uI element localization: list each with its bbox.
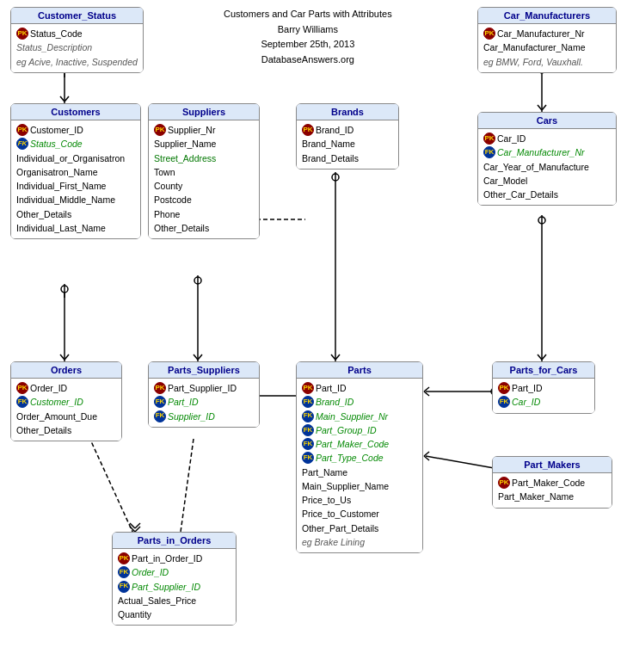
field-car-mfr-nr: PKCar_Manufacturer_Nr <box>483 27 611 40</box>
field-pio-price: Actual_Sales_Price <box>118 594 231 607</box>
entity-parts: Parts PKPart_ID FKBrand_ID FKMain_Suppli… <box>296 361 423 553</box>
field-middle-name: Individual_Middle_Name <box>16 193 135 207</box>
field-order-other: Other_Details <box>16 423 116 437</box>
entity-suppliers: Suppliers PKSupplier_Nr Supplier_Name St… <box>148 103 260 239</box>
field-price-to-customer: Price_to_Customer <box>302 507 417 521</box>
entity-header-customers: Customers <box>11 104 140 120</box>
field-status-desc: Status_Description <box>16 40 138 54</box>
entity-body-orders: PKOrder_ID FKCustomer_ID Order_Amount_Du… <box>11 379 121 441</box>
svg-line-2 <box>65 96 69 102</box>
svg-line-11 <box>194 354 198 360</box>
entity-header-parts-in-orders: Parts_in_Orders <box>113 533 236 549</box>
entity-header-customer-status: Customer_Status <box>11 8 143 24</box>
entity-header-orders: Orders <box>11 362 121 379</box>
field-price-to-us: Price_to_Us <box>302 493 417 507</box>
entity-body-parts-in-orders: PKPart_in_Order_ID FKOrder_ID FKPart_Sup… <box>113 549 236 625</box>
field-postcode: Postcode <box>154 193 254 207</box>
svg-point-24 <box>538 217 545 224</box>
entity-orders: Orders PKOrder_ID FKCustomer_ID Order_Am… <box>10 361 122 441</box>
svg-line-38 <box>86 430 133 533</box>
field-part-maker-fk: FKPart_Maker_Code <box>302 437 417 451</box>
field-pm-name: Part_Maker_Name <box>498 490 606 503</box>
field-pio-qty: Quantity <box>118 607 231 621</box>
title-line2: Barry Williams <box>224 22 392 38</box>
field-pio-part-supplier-id: FKPart_Supplier_ID <box>118 580 231 594</box>
field-part-id: PKPart_ID <box>302 381 417 395</box>
entity-body-car-manufacturers: PKCar_Manufacturer_Nr Car_Manufacturer_N… <box>478 24 616 72</box>
entity-body-parts-for-cars: PKPart_ID FKCar_ID <box>493 379 594 413</box>
svg-line-42 <box>130 523 135 528</box>
field-pfc-part-id: PKPart_ID <box>498 381 589 395</box>
svg-line-7 <box>65 354 69 360</box>
entity-header-part-makers: Part_Makers <box>493 457 612 473</box>
entity-body-part-makers: PKPart_Maker_Code Part_Maker_Name <box>493 473 612 508</box>
svg-line-18 <box>335 354 340 360</box>
entity-parts-for-cars: Parts_for_Cars PKPart_ID FKCar_ID <box>492 361 595 414</box>
field-car-model: Car_Model <box>483 174 611 188</box>
entity-parts-suppliers: Parts_Suppliers PKPart_Supplier_ID FKPar… <box>148 361 260 428</box>
svg-line-39 <box>181 439 194 532</box>
field-status-eg: eg Acive, Inactive, Suspended <box>16 55 138 69</box>
field-main-supplier-name: Main_Supplier_Name <box>302 479 417 493</box>
field-supplier-id-fkpk: FKSupplier_ID <box>154 410 254 423</box>
field-phone: Phone <box>154 207 254 221</box>
field-car-mfr-eg: eg BMW, Ford, Vauxhall. <box>483 55 611 69</box>
field-car-mfr-nr-fk: FKCar_Manufacturer_Nr <box>483 145 611 159</box>
field-parts-eg: eg Brake Lining <box>302 535 417 549</box>
field-part-id-fkpk: FKPart_ID <box>154 395 254 409</box>
field-first-name: Individual_First_Name <box>16 179 135 193</box>
title-line3: September 25th, 2013 <box>224 37 392 52</box>
field-town: Town <box>154 165 254 179</box>
svg-point-16 <box>332 174 339 181</box>
entity-brands: Brands PKBrand_ID Brand_Name Brand_Detai… <box>296 103 399 170</box>
field-main-supplier-nr-fk: FKMain_Supplier_Nr <box>302 410 417 423</box>
svg-line-12 <box>198 354 202 360</box>
field-other-part-details: Other_Part_Details <box>302 521 417 535</box>
field-customer-id: PKCustomer_ID <box>16 123 135 137</box>
entity-header-cars: Cars <box>478 113 616 129</box>
entity-body-brands: PKBrand_ID Brand_Name Brand_Details <box>297 120 398 169</box>
field-part-group-fk: FKPart_Group_ID <box>302 423 417 437</box>
entity-header-parts-for-cars: Parts_for_Cars <box>493 362 594 379</box>
title-line4: DatabaseAnswers.org <box>224 52 392 68</box>
svg-point-13 <box>194 277 201 284</box>
field-pio-id: PKPart_in_Order_ID <box>118 552 231 565</box>
svg-line-17 <box>331 354 335 360</box>
field-pm-code: PKPart_Maker_Code <box>498 476 606 490</box>
entity-car-manufacturers: Car_Manufacturers PKCar_Manufacturer_Nr … <box>477 7 617 73</box>
svg-line-21 <box>538 105 542 110</box>
field-status-code: PKStatus_Code <box>16 27 138 40</box>
entity-body-parts: PKPart_ID FKBrand_ID FKMain_Supplier_Nr … <box>297 379 422 552</box>
svg-line-32 <box>424 452 429 456</box>
field-pfc-car-id: FKCar_ID <box>498 395 589 409</box>
title-line1: Customers and Car Parts with Attributes <box>224 7 392 22</box>
field-brand-name: Brand_Name <box>302 137 393 151</box>
field-supplier-nr: PKSupplier_Nr <box>154 123 254 137</box>
field-brand-id-fk: FKBrand_ID <box>302 395 417 409</box>
relationship-lines <box>0 0 627 672</box>
field-brand-details: Brand_Details <box>302 151 393 165</box>
entity-header-parts: Parts <box>297 362 422 379</box>
field-car-other: Other_Car_Details <box>483 188 611 201</box>
svg-line-33 <box>424 456 429 460</box>
entity-header-car-manufacturers: Car_Manufacturers <box>478 8 616 24</box>
svg-line-26 <box>542 354 546 360</box>
svg-line-1 <box>60 96 65 102</box>
svg-line-22 <box>542 105 546 110</box>
field-part-type-fk: FKPart_Type_Code <box>302 451 417 465</box>
entity-customers: Customers PKCustomer_ID FKStatus_Code In… <box>10 103 141 239</box>
entity-body-suppliers: PKSupplier_Nr Supplier_Name Street_Addre… <box>149 120 259 238</box>
diagram-container: Customers and Car Parts with Attributes … <box>0 0 627 672</box>
field-order-amount: Order_Amount_Due <box>16 410 116 423</box>
entity-part-makers: Part_Makers PKPart_Maker_Code Part_Maker… <box>492 456 612 509</box>
field-status-code-fk: FKStatus_Code <box>16 137 135 151</box>
field-order-id: PKOrder_ID <box>16 381 116 395</box>
svg-line-29 <box>424 391 429 396</box>
pk-icon: PK <box>16 28 28 40</box>
svg-line-25 <box>538 354 542 360</box>
field-street-addr: Street_Address <box>154 151 254 165</box>
entity-customer-status: Customer_Status PKStatus_Code Status_Des… <box>10 7 144 73</box>
field-supplier-name: Supplier_Name <box>154 137 254 151</box>
field-part-supplier-id: PKPart_Supplier_ID <box>154 381 254 395</box>
svg-line-28 <box>424 387 429 391</box>
